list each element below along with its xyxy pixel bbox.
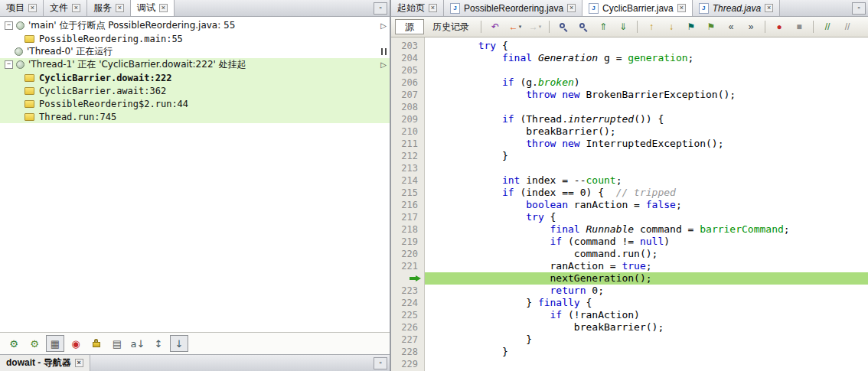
code-line[interactable]: if (g.broken)	[425, 76, 868, 89]
tab-close-icon[interactable]: ×	[567, 4, 576, 12]
editor-tab-PossibleReordering.java[interactable]: JPossibleReordering.java×	[444, 0, 582, 16]
stack-frame-row[interactable]: Thread.run:745	[0, 110, 390, 123]
code-line[interactable]: int index = --count;	[425, 174, 868, 187]
stop-macro-icon[interactable]: ■	[790, 18, 808, 35]
tree-collapse-handle[interactable]: −	[5, 60, 13, 69]
icon-glyph: ▦	[51, 338, 60, 350]
window-tab-服务[interactable]: 服务×	[87, 0, 131, 16]
pause-button[interactable]	[381, 48, 387, 55]
tab-close-icon[interactable]: ×	[429, 4, 437, 12]
tab-close-icon[interactable]: ×	[765, 4, 773, 12]
previous-bookmark-icon[interactable]: ⚑	[682, 18, 700, 35]
next-occurrence-icon[interactable]: ↓	[662, 18, 680, 35]
editor-tab-CyclicBarrier.java[interactable]: JCyclicBarrier.java×	[582, 0, 693, 16]
code-line[interactable]: final Runnable command = barrierCommand;	[425, 223, 868, 236]
find-previous-selection-icon[interactable]: ⇑	[594, 18, 612, 35]
tab-close-icon[interactable]: ×	[72, 4, 80, 12]
replace-icon[interactable]	[574, 18, 592, 35]
icon-glyph: ⚙	[9, 338, 18, 350]
show-monitors-icon[interactable]	[87, 335, 106, 352]
show-thread-groups-icon[interactable]: ⚙	[25, 335, 44, 352]
code-token: command =	[634, 223, 700, 235]
editor-tab-list-button[interactable]: ▫	[852, 2, 866, 15]
stack-frame-row[interactable]: CyclicBarrier.await:362	[0, 84, 390, 97]
code-line[interactable]: }	[425, 150, 868, 162]
sort-suspended-icon[interactable]: ↕	[149, 335, 168, 352]
tab-close-icon[interactable]: ×	[28, 4, 37, 12]
navigator-tab[interactable]: dowait - 导航器 ×	[0, 355, 90, 371]
code-line[interactable]: } finally {	[425, 297, 868, 309]
thread-row[interactable]: −'Thread-1' 正在 'CyclicBarrier.dowait:222…	[0, 58, 390, 71]
tab-close-icon[interactable]: ×	[159, 4, 168, 12]
code-line[interactable]: if (!ranAction)	[425, 309, 868, 321]
code-line[interactable]: if (Thread.interrupted()) {	[425, 113, 868, 125]
window-tab-文件[interactable]: 文件×	[44, 0, 87, 16]
threads-tree[interactable]: −'main' 位于行断点 PossibleReordering.java: 5…	[0, 17, 390, 332]
code-line[interactable]: throw new BrokenBarrierException();	[425, 89, 868, 101]
editor-tab-起始页[interactable]: 起始页×	[391, 0, 444, 16]
code-line[interactable]: command.run();	[425, 248, 868, 260]
tree-collapse-handle[interactable]: −	[5, 21, 13, 30]
thread-row[interactable]: 'Thread-0' 正在运行	[0, 45, 390, 58]
code-area[interactable]: try { final Generation g = generation; i…	[425, 37, 868, 371]
code-token: index = --	[520, 174, 586, 186]
code-line[interactable]: if (index == 0) { // tripped	[425, 187, 868, 199]
find-next-selection-icon[interactable]: ⇓	[614, 18, 632, 35]
show-suspended-threads-icon[interactable]: ⚙	[5, 335, 23, 352]
uncomment-icon[interactable]: //	[838, 18, 857, 35]
sort-alphabetic-icon[interactable]: a↓	[129, 335, 147, 352]
next-bookmark-icon[interactable]: ⚑	[702, 18, 720, 35]
resume-button[interactable]: ▷	[380, 22, 387, 30]
tab-close-icon[interactable]: ×	[75, 359, 83, 367]
comment-icon[interactable]: //	[818, 18, 837, 35]
tab-close-icon[interactable]: ×	[677, 4, 686, 12]
stack-frame-row[interactable]: PossibleReordering$2.run:44	[0, 97, 390, 110]
code-line[interactable]: breakBarrier();	[425, 125, 868, 138]
code-token	[430, 113, 502, 125]
editor-gutter[interactable]: 2032042052062072082092102112122132142152…	[391, 37, 425, 371]
stack-frame-label: PossibleReordering.main:55	[39, 34, 183, 44]
resume-button[interactable]: ▷	[380, 61, 387, 69]
code-line[interactable]: boolean ranAction = false;	[425, 199, 868, 211]
code-line[interactable]	[425, 162, 868, 174]
code-line[interactable]	[425, 358, 868, 370]
code-line[interactable]: throw new InterruptedException();	[425, 138, 868, 150]
code-line[interactable]: }	[425, 346, 868, 358]
minimize-navigator-button[interactable]: ▫	[374, 357, 387, 369]
show-suspend-resume-table-icon[interactable]: ▦	[46, 335, 64, 352]
source-view-button[interactable]: 源	[395, 19, 424, 34]
back-icon[interactable]: ←▾	[506, 18, 524, 35]
show-deadlocks-icon[interactable]: ◉	[67, 335, 85, 352]
window-tab-调试[interactable]: 调试×	[131, 0, 175, 16]
last-edit-icon[interactable]: ↶	[486, 18, 504, 35]
code-line[interactable]: return 0;	[425, 285, 868, 297]
code-line[interactable]	[425, 64, 868, 76]
code-line[interactable]: nextGeneration();	[425, 272, 868, 285]
tab-close-icon[interactable]: ×	[116, 4, 124, 12]
forward-icon[interactable]: →▾	[526, 18, 544, 35]
code-line[interactable]: ranAction = true;	[425, 260, 868, 272]
editor-tab-Thread.java[interactable]: JThread.java×	[693, 0, 780, 16]
window-tab-项目[interactable]: 项目×	[0, 0, 44, 16]
code-line[interactable]	[425, 101, 868, 113]
thread-row[interactable]: −'main' 位于行断点 PossibleReordering.java: 5…	[0, 19, 390, 32]
history-view-button[interactable]: 历史记录	[426, 20, 476, 34]
code-line[interactable]: if (command != null)	[425, 236, 868, 248]
code-line[interactable]: breakBarrier();	[425, 321, 868, 334]
code-line[interactable]: final Generation g = generation;	[425, 52, 868, 64]
sort-natural-icon[interactable]: ↓	[170, 335, 188, 352]
previous-occurrence-icon[interactable]: ↑	[642, 18, 661, 35]
stack-frame-row[interactable]: CyclicBarrier.dowait:222	[0, 71, 390, 84]
code-line[interactable]: try {	[425, 211, 868, 223]
code-editor[interactable]: 2032042052062072082092102112122132142152…	[391, 37, 868, 371]
shift-right-icon[interactable]: »	[742, 18, 760, 35]
code-token: nextGeneration();	[430, 272, 652, 284]
record-macro-icon[interactable]: ●	[770, 18, 788, 35]
minimize-window-group-button[interactable]: ▫	[374, 2, 387, 15]
shift-left-icon[interactable]: «	[722, 18, 740, 35]
show-qualified-names-icon[interactable]: ▤	[108, 335, 126, 352]
code-line[interactable]: try {	[425, 40, 868, 52]
stack-frame-row[interactable]: PossibleReordering.main:55	[0, 32, 390, 45]
code-line[interactable]: }	[425, 334, 868, 346]
find-icon[interactable]	[554, 18, 573, 35]
